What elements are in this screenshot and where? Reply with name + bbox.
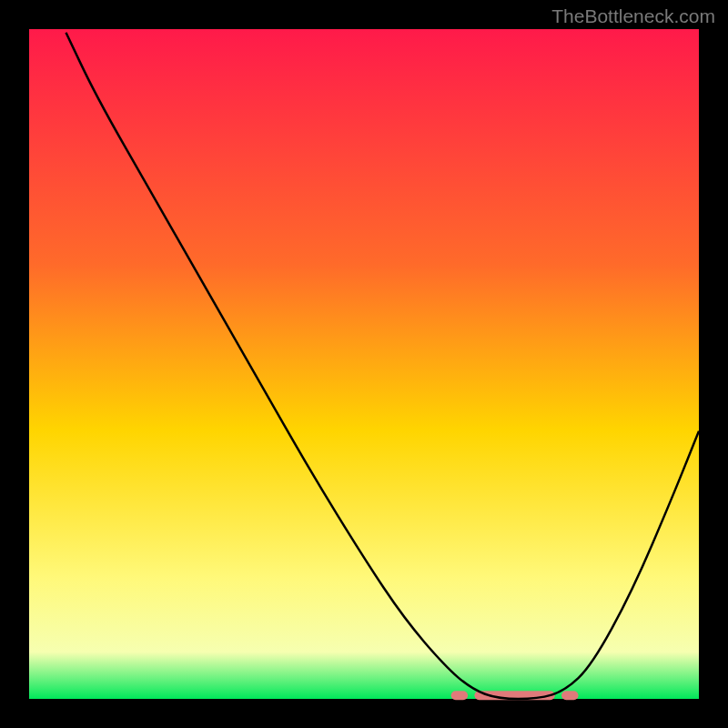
svg-rect-2 (561, 691, 578, 700)
chart-container: TheBottleneck.com (0, 0, 728, 728)
svg-rect-0 (451, 691, 468, 700)
plot-background (29, 29, 699, 699)
chart-svg (0, 0, 728, 728)
watermark-text: TheBottleneck.com (551, 5, 715, 27)
